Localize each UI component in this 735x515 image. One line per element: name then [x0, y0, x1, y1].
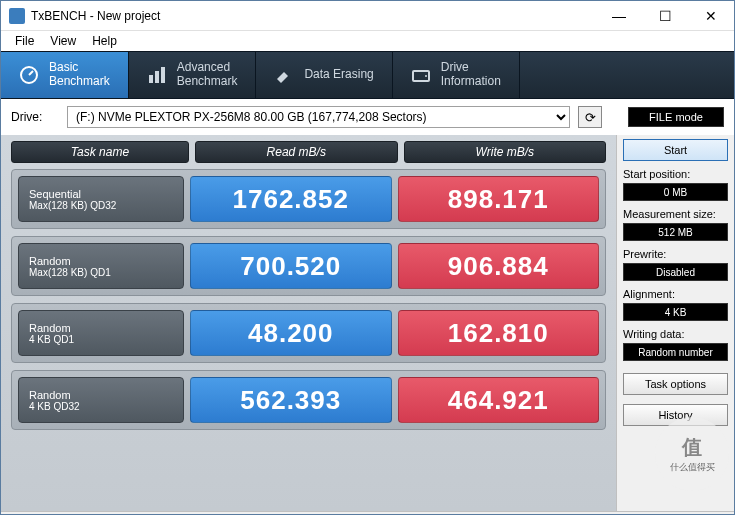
- write-value: 898.171: [398, 176, 600, 222]
- tab-data-erasing[interactable]: Data Erasing: [256, 52, 392, 98]
- alignment-label: Alignment:: [623, 288, 728, 300]
- svg-line-1: [29, 71, 33, 75]
- measurement-size-value[interactable]: 512 MB: [623, 223, 728, 241]
- task-title: Random: [29, 255, 173, 267]
- read-value: 1762.852: [190, 176, 392, 222]
- svg-point-6: [425, 75, 427, 77]
- task-subtitle: 4 KB QD1: [29, 334, 173, 345]
- header-write: Write mB/s: [404, 141, 607, 163]
- titlebar: TxBENCH - New project — ☐ ✕: [1, 1, 734, 31]
- prewrite-value[interactable]: Disabled: [623, 263, 728, 281]
- reload-button[interactable]: ⟳: [578, 106, 602, 128]
- benchmark-panel: Task name Read mB/s Write mB/s Sequentia…: [1, 135, 616, 511]
- benchmark-row: Random4 KB QD148.200162.810: [11, 303, 606, 363]
- read-value: 562.393: [190, 377, 392, 423]
- task-cell[interactable]: RandomMax(128 KB) QD1: [18, 243, 184, 289]
- reload-icon: ⟳: [585, 110, 596, 125]
- task-options-button[interactable]: Task options: [623, 373, 728, 395]
- tab-label: Data Erasing: [304, 68, 373, 82]
- app-icon: [9, 8, 25, 24]
- tab-basic-benchmark[interactable]: Basic Benchmark: [1, 52, 129, 98]
- drive-label: Drive:: [11, 110, 59, 124]
- tab-label: Drive Information: [441, 61, 501, 89]
- measurement-size-label: Measurement size:: [623, 208, 728, 220]
- tab-advanced-benchmark[interactable]: Advanced Benchmark: [129, 52, 257, 98]
- menubar: File View Help: [1, 31, 734, 51]
- history-button[interactable]: History: [623, 404, 728, 426]
- bars-icon: [147, 65, 167, 85]
- gauge-icon: [19, 65, 39, 85]
- menu-view[interactable]: View: [42, 32, 84, 50]
- start-position-label: Start position:: [623, 168, 728, 180]
- drive-bar: Drive: (F:) NVMe PLEXTOR PX-256M8 80.00 …: [1, 99, 734, 135]
- task-title: Sequential: [29, 188, 173, 200]
- file-mode-indicator[interactable]: FILE mode: [628, 107, 724, 127]
- read-value: 700.520: [190, 243, 392, 289]
- task-subtitle: Max(128 KB) QD1: [29, 267, 173, 278]
- tab-label: Advanced Benchmark: [177, 61, 238, 89]
- erase-icon: [274, 65, 294, 85]
- svg-rect-2: [149, 75, 153, 83]
- tab-drive-information[interactable]: Drive Information: [393, 52, 520, 98]
- task-title: Random: [29, 389, 173, 401]
- writing-data-label: Writing data:: [623, 328, 728, 340]
- svg-rect-3: [155, 71, 159, 83]
- benchmark-row: RandomMax(128 KB) QD1700.520906.884: [11, 236, 606, 296]
- minimize-button[interactable]: —: [596, 1, 642, 31]
- window-title: TxBENCH - New project: [31, 9, 596, 23]
- menu-file[interactable]: File: [7, 32, 42, 50]
- write-value: 906.884: [398, 243, 600, 289]
- tab-label: Basic Benchmark: [49, 61, 110, 89]
- benchmark-row: SequentialMax(128 KB) QD321762.852898.17…: [11, 169, 606, 229]
- write-value: 162.810: [398, 310, 600, 356]
- task-cell[interactable]: SequentialMax(128 KB) QD32: [18, 176, 184, 222]
- svg-rect-4: [161, 67, 165, 83]
- start-position-value[interactable]: 0 MB: [623, 183, 728, 201]
- task-subtitle: Max(128 KB) QD32: [29, 200, 173, 211]
- alignment-value[interactable]: 4 KB: [623, 303, 728, 321]
- read-value: 48.200: [190, 310, 392, 356]
- write-value: 464.921: [398, 377, 600, 423]
- menu-help[interactable]: Help: [84, 32, 125, 50]
- header-task-name: Task name: [11, 141, 189, 163]
- maximize-button[interactable]: ☐: [642, 1, 688, 31]
- task-cell[interactable]: Random4 KB QD1: [18, 310, 184, 356]
- start-button[interactable]: Start: [623, 139, 728, 161]
- task-subtitle: 4 KB QD32: [29, 401, 173, 412]
- side-panel: Start Start position: 0 MB Measurement s…: [616, 135, 734, 511]
- writing-data-value[interactable]: Random number: [623, 343, 728, 361]
- header-read: Read mB/s: [195, 141, 398, 163]
- task-title: Random: [29, 322, 173, 334]
- drive-select[interactable]: (F:) NVMe PLEXTOR PX-256M8 80.00 GB (167…: [67, 106, 570, 128]
- close-button[interactable]: ✕: [688, 1, 734, 31]
- task-cell[interactable]: Random4 KB QD32: [18, 377, 184, 423]
- benchmark-row: Random4 KB QD32562.393464.921: [11, 370, 606, 430]
- tabbar: Basic Benchmark Advanced Benchmark Data …: [1, 51, 734, 99]
- status-bar: Basic Benchmark finished successfully.: [1, 511, 734, 515]
- drive-icon: [411, 65, 431, 85]
- prewrite-label: Prewrite:: [623, 248, 728, 260]
